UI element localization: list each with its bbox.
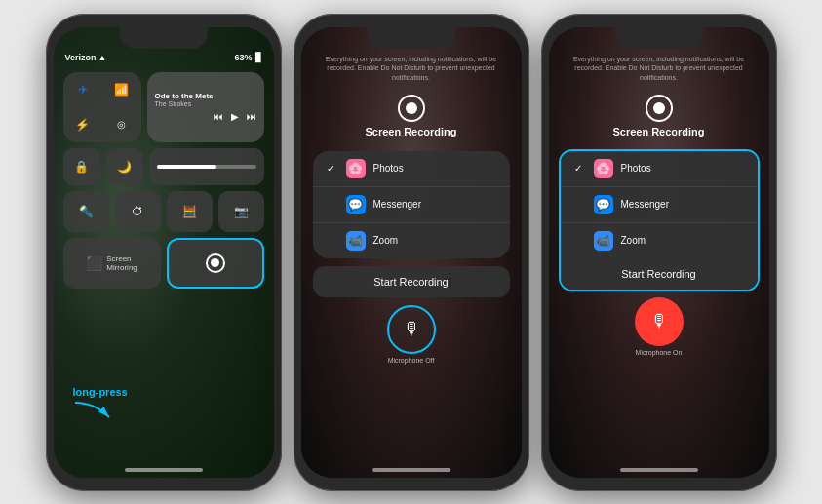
- home-indicator-2: [372, 468, 450, 472]
- messenger-icon-3: 💬: [594, 195, 613, 214]
- notch-3: [615, 27, 703, 49]
- cc-row2: 🔒 🌙: [63, 148, 264, 185]
- play-icon[interactable]: ▶: [231, 111, 239, 122]
- status-left: Verizon ▲: [65, 53, 107, 62]
- status-right: 63% ▊: [234, 53, 261, 62]
- screen-rec-panel-2: ✓ 🌸 Photos ✓ 💬 Messenger ✓ 📹 Zoom: [313, 151, 510, 258]
- check-photos-2: ✓: [327, 163, 334, 174]
- do-not-disturb-btn[interactable]: 🌙: [106, 148, 143, 185]
- photos-icon-3: 🌸: [594, 159, 613, 178]
- highlight-border-3: ✓ 🌸 Photos ✓ 💬 Messenger ✓ 📹 Zoom: [559, 149, 760, 291]
- cc-top-row: ✈ 📶 ⚡ ◎ Ode to the Mets The Strokes ⏮ ▶: [63, 72, 264, 142]
- home-indicator-3: [620, 468, 698, 472]
- phone-1-screen: Verizon ▲ 63% ▊ ✈ 📶 ⚡: [54, 27, 274, 478]
- mic-circle-3: 🎙: [635, 297, 684, 346]
- airdrop-btn[interactable]: ◎: [102, 107, 141, 142]
- bluetooth-btn[interactable]: ⚡: [63, 107, 102, 142]
- annotation-container: long-press: [65, 386, 128, 431]
- zoom-icon-2: 📹: [346, 231, 366, 251]
- music-widget: Ode to the Mets The Strokes ⏮ ▶ ⏭: [147, 72, 264, 142]
- panel-item-messenger-2[interactable]: ✓ 💬 Messenger: [313, 187, 510, 223]
- wifi-btn[interactable]: 📶: [102, 72, 141, 107]
- panel-header-2: Screen Recording: [301, 91, 522, 143]
- camera-btn[interactable]: 📷: [218, 191, 264, 232]
- brightness-slider[interactable]: [149, 148, 264, 185]
- panel-item-messenger-3[interactable]: ✓ 💬 Messenger: [561, 187, 758, 223]
- phone-3: Everything on your screen, including not…: [541, 14, 777, 491]
- messenger-label-2: Messenger: [373, 199, 496, 210]
- phone-1: Verizon ▲ 63% ▊ ✈ 📶 ⚡: [46, 14, 282, 491]
- carrier-text: Verizon: [65, 53, 97, 62]
- panel-header-3: Screen Recording: [549, 91, 769, 143]
- panel-title-3: Screen Recording: [612, 126, 704, 137]
- rec-icon-3: [646, 95, 673, 122]
- rec-dot-2: [406, 102, 417, 114]
- timer-btn[interactable]: ⏱: [115, 191, 161, 232]
- screen-record-btn[interactable]: [167, 238, 264, 289]
- zoom-label-2: Zoom: [373, 235, 496, 246]
- rewind-icon[interactable]: ⏮: [214, 111, 223, 122]
- lock-rotation-btn[interactable]: 🔒: [63, 148, 100, 185]
- scene: Verizon ▲ 63% ▊ ✈ 📶 ⚡: [0, 0, 822, 504]
- zoom-label-3: Zoom: [621, 235, 744, 246]
- notch-1: [120, 27, 208, 49]
- home-indicator-1: [125, 468, 203, 472]
- start-recording-btn-2[interactable]: Start Recording: [313, 266, 510, 297]
- photos-label-2: Photos: [373, 163, 496, 174]
- panel-item-photos-2[interactable]: ✓ 🌸 Photos: [313, 151, 510, 187]
- rec-dot-3: [653, 102, 665, 114]
- phone-3-bg: Everything on your screen, including not…: [549, 27, 769, 478]
- mic-label-3: Microphone On: [636, 349, 683, 356]
- flashlight-btn[interactable]: 🔦: [63, 191, 109, 232]
- photos-label-3: Photos: [621, 163, 744, 174]
- music-title: Ode to the Mets: [155, 92, 256, 100]
- cc-row4: ⬛ ScreenMirroring: [63, 238, 264, 289]
- long-press-label: long-press: [73, 386, 128, 398]
- cc-connectivity-widget: ✈ 📶 ⚡ ◎: [63, 72, 141, 142]
- messenger-label-3: Messenger: [621, 199, 744, 210]
- cc-icon-grid: 🔦 ⏱ 🧮 📷: [63, 191, 264, 232]
- music-artist: The Strokes: [155, 100, 256, 107]
- phone-2-screen: Everything on your screen, including not…: [301, 27, 522, 478]
- panel-title-2: Screen Recording: [365, 126, 456, 137]
- calculator-btn[interactable]: 🧮: [167, 191, 213, 232]
- screen-mirror-label: ScreenMirroring: [106, 254, 137, 272]
- airplane-mode-btn[interactable]: ✈: [63, 72, 102, 107]
- screen-mirroring-btn[interactable]: ⬛ ScreenMirroring: [63, 238, 161, 289]
- notch-2: [368, 27, 455, 49]
- battery-text: 63%: [234, 53, 252, 62]
- panel-item-zoom-3[interactable]: ✓ 📹 Zoom: [561, 223, 758, 258]
- brightness-bar: [157, 165, 256, 169]
- mic-label-2: Microphone Off: [388, 357, 435, 364]
- messenger-icon-2: 💬: [346, 195, 366, 214]
- photos-icon-2: 🌸: [346, 159, 366, 178]
- arrow-icon: [65, 398, 114, 427]
- mic-circle-2: 🎙: [387, 305, 436, 354]
- phone-3-screen: Everything on your screen, including not…: [549, 27, 769, 478]
- phone-1-bg: Verizon ▲ 63% ▊ ✈ 📶 ⚡: [54, 27, 274, 478]
- highlight-panel-3: ✓ 🌸 Photos ✓ 💬 Messenger ✓ 📹 Zoom: [561, 151, 758, 258]
- brightness-fill: [157, 165, 216, 169]
- phone-2: Everything on your screen, including not…: [294, 14, 529, 491]
- battery-icon: ▊: [255, 53, 262, 62]
- zoom-icon-3: 📹: [594, 231, 613, 251]
- music-controls: ⏮ ▶ ⏭: [155, 111, 256, 122]
- panel-item-photos-3[interactable]: ✓ 🌸 Photos: [561, 151, 758, 187]
- screen-mirror-icon: ⬛: [86, 255, 102, 271]
- ffwd-icon[interactable]: ⏭: [247, 111, 256, 122]
- signal-icon: ▲: [98, 53, 107, 62]
- start-recording-btn-3[interactable]: Start Recording: [561, 258, 758, 290]
- mic-button-2[interactable]: 🎙 Microphone Off: [384, 305, 439, 364]
- rec-icon-2: [398, 95, 425, 122]
- control-center: ✈ 📶 ⚡ ◎ Ode to the Mets The Strokes ⏮ ▶: [54, 66, 274, 294]
- phone-2-bg: Everything on your screen, including not…: [301, 27, 522, 478]
- panel-item-zoom-2[interactable]: ✓ 📹 Zoom: [313, 223, 510, 258]
- check-photos-3: ✓: [574, 163, 582, 174]
- mic-button-3[interactable]: 🎙 Microphone On: [632, 297, 686, 356]
